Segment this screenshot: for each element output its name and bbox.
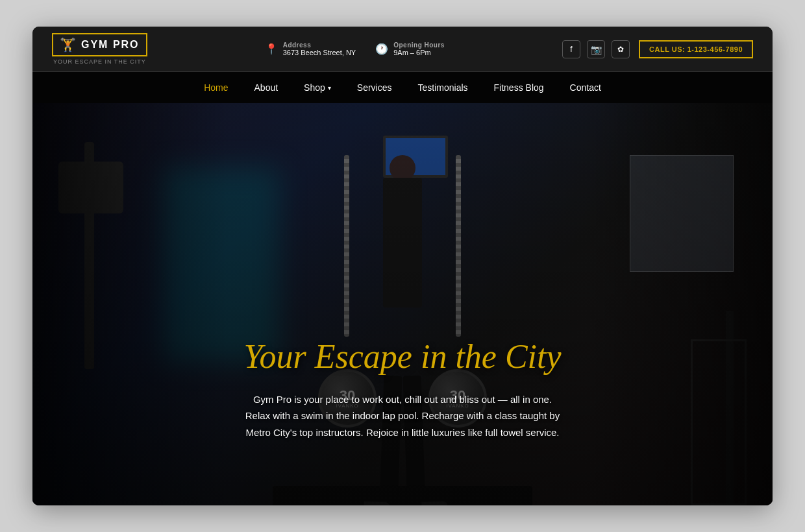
logo-tagline: YOUR ESCAPE IN THE CITY	[52, 58, 146, 65]
nav-item-fitness-blog[interactable]: Fitness Blog	[481, 72, 557, 103]
top-info: 📍 Address 3673 Beech Street, NY 🕐 Openin…	[265, 42, 445, 56]
nav-item-services[interactable]: Services	[344, 72, 405, 103]
location-icon: 📍	[265, 43, 278, 55]
hours-details: Opening Hours 9Am – 6Pm	[393, 42, 445, 56]
browser-frame: 🏋 GYM PRO YOUR ESCAPE IN THE CITY 📍 Addr…	[32, 27, 773, 505]
yelp-icon[interactable]: ✿	[612, 40, 630, 58]
address-value: 3673 Beech Street, NY	[283, 49, 356, 56]
hero-section: 30 IVANKO 30 IVANKO	[32, 103, 773, 505]
nav-item-shop[interactable]: Shop ▾	[291, 72, 344, 103]
clock-icon: 🕐	[375, 43, 388, 55]
nav-item-testimonials[interactable]: Testimonials	[405, 72, 481, 103]
nav-item-about[interactable]: About	[242, 72, 291, 103]
nav-item-contact[interactable]: Contact	[557, 72, 614, 103]
nav-bar: Home About Shop ▾ Services Testimonials …	[32, 72, 773, 103]
site-wrapper: 🏋 GYM PRO YOUR ESCAPE IN THE CITY 📍 Addr…	[32, 27, 773, 505]
address-label: Address	[283, 42, 356, 49]
call-button[interactable]: CALL US: 1-123-456-7890	[639, 40, 753, 58]
logo-area: 🏋 GYM PRO YOUR ESCAPE IN THE CITY	[52, 33, 147, 65]
instagram-icon[interactable]: 📷	[587, 40, 605, 58]
hero-content: Your Escape in the City Gym Pro is your …	[208, 338, 597, 441]
logo-text: GYM PRO	[81, 39, 140, 51]
shop-dropdown-arrow: ▾	[328, 84, 331, 91]
social-icons: f 📷 ✿	[562, 40, 630, 58]
nav-item-home[interactable]: Home	[191, 72, 241, 103]
hero-title: Your Escape in the City	[208, 338, 597, 375]
hours-label: Opening Hours	[393, 42, 445, 49]
address-details: Address 3673 Beech Street, NY	[283, 42, 356, 56]
address-info: 📍 Address 3673 Beech Street, NY	[265, 42, 356, 56]
top-bar: 🏋 GYM PRO YOUR ESCAPE IN THE CITY 📍 Addr…	[32, 27, 773, 72]
hours-value: 9Am – 6Pm	[393, 49, 445, 56]
dumbbell-icon: 🏋	[60, 37, 76, 53]
logo-box: 🏋 GYM PRO	[52, 33, 147, 56]
hero-description: Gym Pro is your place to work out, chill…	[240, 391, 565, 441]
hero-overlay	[32, 103, 773, 505]
facebook-icon[interactable]: f	[562, 40, 580, 58]
hours-info: 🕐 Opening Hours 9Am – 6Pm	[375, 42, 445, 56]
